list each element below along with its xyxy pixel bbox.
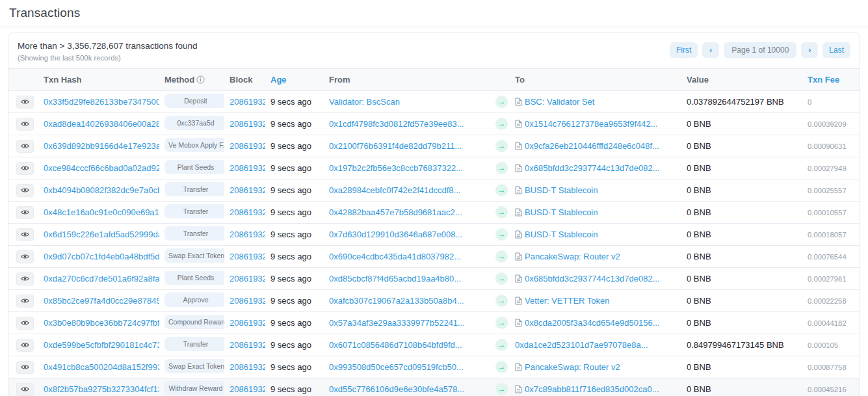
to-address-link[interactable]: BSC: Validator Set xyxy=(525,97,594,107)
pagination: First ‹ Page 1 of 10000 › Last xyxy=(670,42,850,58)
method-info-icon[interactable] xyxy=(196,75,205,84)
txn-hash-link[interactable]: 0x85bc2ce97fa4d0cc29e878457a... xyxy=(44,296,159,306)
age-text: 9 secs ago xyxy=(265,157,324,179)
tx-preview-eye-button[interactable] xyxy=(16,272,34,285)
tx-preview-eye-button[interactable] xyxy=(16,383,34,396)
tx-preview-eye-button[interactable] xyxy=(16,96,34,109)
tx-preview-eye-button[interactable] xyxy=(16,206,34,219)
to-address-link[interactable]: Vetter: VETTER Token xyxy=(525,296,610,306)
txn-hash-link[interactable]: 0x9d07cb07c1fd4eb0a48bdf5d74... xyxy=(44,252,159,261)
to-address-link[interactable]: BUSD-T Stablecoin xyxy=(525,185,598,195)
contract-icon xyxy=(515,120,522,128)
block-link[interactable]: 20861932 xyxy=(230,163,265,173)
to-address-link[interactable]: 0x9cfa26eb210446fffd248e6c048f... xyxy=(525,141,659,151)
to-address-link[interactable]: 0xda1ce2d523101d7ae97078e8a... xyxy=(515,340,648,350)
tx-preview-eye-button[interactable] xyxy=(16,162,34,175)
from-address-link[interactable]: 0x197b2c2fb56e3c8ccb76837322... xyxy=(329,163,463,173)
block-link[interactable]: 20861932 xyxy=(230,97,265,107)
block-link[interactable]: 20861932 xyxy=(230,296,265,306)
tx-preview-eye-button[interactable] xyxy=(16,317,34,330)
txn-hash-link[interactable]: 0xad8dea14026938406e00a2851... xyxy=(44,119,159,129)
block-link[interactable]: 20861932 xyxy=(230,119,265,129)
pagination-next-button[interactable]: › xyxy=(801,42,818,58)
from-address-link[interactable]: Validator: BscScan xyxy=(329,97,400,107)
txn-hash-link[interactable]: 0x33f5d29fe826133be734750003... xyxy=(44,97,159,107)
from-address-link[interactable]: 0xafcb307c19067a2a133b50a8b4... xyxy=(329,296,464,306)
in-arrow-icon xyxy=(495,272,508,285)
tx-preview-eye-button[interactable] xyxy=(16,361,34,374)
block-link[interactable]: 20861932 xyxy=(230,362,265,372)
block-link[interactable]: 20861932 xyxy=(230,252,265,261)
to-address-link[interactable]: 0x685bfdd3c2937744c13d7de082... xyxy=(525,274,659,284)
from-address-link[interactable]: 0xd55c7766106d9e6e30bfe4a578... xyxy=(329,384,464,394)
txn-hash-link[interactable]: 0x48c1e16a0c91e0c090e69a1eb... xyxy=(44,207,159,217)
block-link[interactable]: 20861932 xyxy=(230,340,265,350)
to-address-link[interactable]: 0x685bfdd3c2937744c13d7de082... xyxy=(525,163,659,173)
from-address-link[interactable]: 0x42882baa457e7b58d9681aac2... xyxy=(329,207,462,217)
eye-icon xyxy=(21,98,29,105)
page-title: Transactions xyxy=(9,6,859,20)
txn-hash-link[interactable]: 0x6d159c226e1afd5ad52999da43... xyxy=(44,230,159,239)
from-address-link[interactable]: 0x7d630d129910d3646a687e008... xyxy=(329,230,462,239)
tx-preview-eye-button[interactable] xyxy=(16,339,34,352)
block-link[interactable]: 20861932 xyxy=(230,141,265,151)
from-address-link[interactable]: 0x6071c0856486d7108b64bfd9fd... xyxy=(329,340,462,350)
to-address-link[interactable]: PancakeSwap: Router v2 xyxy=(525,362,620,372)
txn-fee-text: 0.00025557 xyxy=(802,179,860,202)
block-link[interactable]: 20861932 xyxy=(230,274,265,284)
age-text: 9 secs ago xyxy=(265,356,324,378)
pagination-first-button[interactable]: First xyxy=(670,42,698,58)
txn-hash-link[interactable]: 0x491cb8ca500204d8a152f99343... xyxy=(44,362,159,372)
from-address-link[interactable]: 0x57a34af3e29aa3339977b52241... xyxy=(329,318,465,328)
txn-hash-link[interactable]: 0xde599be5cfbfbf290181c4c730d... xyxy=(44,340,159,350)
value-text: 0 BNB xyxy=(681,135,802,157)
pagination-last-button[interactable]: Last xyxy=(822,42,850,58)
in-arrow-icon xyxy=(495,140,508,152)
tx-preview-eye-button[interactable] xyxy=(16,118,34,131)
contract-icon xyxy=(515,230,522,239)
eye-icon xyxy=(21,253,29,260)
from-address-link[interactable]: 0xd85cbcf87f4d65acbd19aa4b80... xyxy=(329,274,461,284)
in-arrow-icon xyxy=(495,295,508,307)
to-address-link[interactable]: 0x8cda2005f3a34cd654e9d50156... xyxy=(525,318,659,328)
from-address-link[interactable]: 0x690ce4cdbc435da41d8037982... xyxy=(329,252,461,261)
txn-hash-link[interactable]: 0x3b0e80b9bce36bb724c97fbfb2... xyxy=(44,318,159,328)
block-link[interactable]: 20861932 xyxy=(230,207,265,217)
from-address-link[interactable]: 0x1cdf4798fc3d0812fd57e39ee83... xyxy=(329,119,464,129)
to-address-link[interactable]: 0x7c89abb811f716ed835d002ca0... xyxy=(525,384,659,394)
col-txn-fee-toggle[interactable]: Txn Fee xyxy=(802,69,860,91)
age-text: 9 secs ago xyxy=(265,246,324,268)
value-text: 0 BNB xyxy=(681,179,802,202)
to-address-link[interactable]: BUSD-T Stablecoin xyxy=(525,230,598,239)
tx-preview-eye-button[interactable] xyxy=(16,250,34,263)
block-link[interactable]: 20861932 xyxy=(230,230,265,239)
from-address-link[interactable]: 0xa28984cebfc0f742e2f41dccdf8... xyxy=(329,185,460,195)
to-address-link[interactable]: BUSD-T Stablecoin xyxy=(525,207,598,217)
contract-icon xyxy=(515,252,522,261)
method-badge: Approve xyxy=(164,293,224,307)
eye-cell xyxy=(8,334,38,356)
from-address-link[interactable]: 0x993508d50ce657cd09519fcb50... xyxy=(329,362,464,372)
block-link[interactable]: 20861932 xyxy=(230,384,265,394)
txn-hash-link[interactable]: 0x639d892bb9166d4e17e923a01... xyxy=(44,141,159,151)
method-badge: Withdraw Reward xyxy=(164,381,224,395)
from-address-link[interactable]: 0x2100f76b6391f4de82dd79b211... xyxy=(329,141,462,151)
eye-cell xyxy=(8,202,38,224)
tx-preview-eye-button[interactable] xyxy=(16,295,34,308)
tx-preview-eye-button[interactable] xyxy=(16,228,34,241)
eye-icon xyxy=(21,187,29,194)
txn-hash-link[interactable]: 0xda270c6cd7de501a6f92a8fa54f... xyxy=(44,274,159,284)
tx-preview-eye-button[interactable] xyxy=(16,140,34,153)
pagination-prev-button[interactable]: ‹ xyxy=(702,42,719,58)
block-link[interactable]: 20861932 xyxy=(230,318,265,328)
to-address-link[interactable]: 0x1514c766127378ea9653f9f442... xyxy=(525,119,658,129)
txn-hash-link[interactable]: 0xb4094b08082f382dc9e7a0cbb2... xyxy=(44,185,159,195)
to-address-link[interactable]: PancakeSwap: Router v2 xyxy=(525,252,620,261)
eye-icon xyxy=(21,209,29,216)
txn-hash-link[interactable]: 0x8f2b57ba9275b3273304fcf1352... xyxy=(44,384,159,394)
block-link[interactable]: 20861932 xyxy=(230,185,265,195)
tx-preview-eye-button[interactable] xyxy=(16,184,34,197)
txn-hash-link[interactable]: 0xce984cccf66c6bad0a02ad92ec... xyxy=(44,163,159,173)
eye-icon xyxy=(21,297,29,304)
col-age-toggle[interactable]: Age xyxy=(265,69,324,91)
